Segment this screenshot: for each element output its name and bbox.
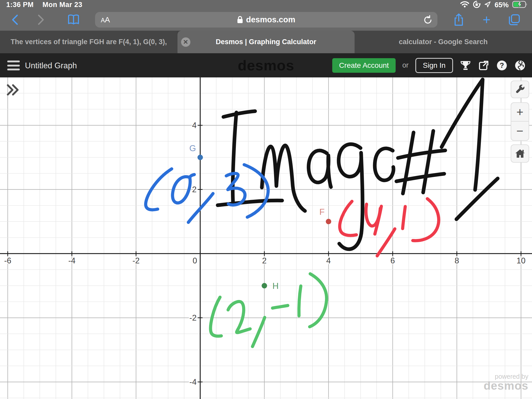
point-label-F: F <box>320 207 325 217</box>
plus-icon: + <box>516 105 523 119</box>
graph-point-G[interactable] <box>197 155 203 160</box>
default-viewport-button[interactable] <box>511 144 529 163</box>
ink-stroke <box>299 286 301 316</box>
ink-stroke <box>310 274 327 327</box>
graph-point-H[interactable] <box>262 283 267 288</box>
battery-icon <box>512 1 528 9</box>
ink-stroke <box>377 229 395 256</box>
x-tick-label: 8 <box>455 256 459 265</box>
ink-stroke <box>375 206 381 234</box>
trophy-icon[interactable] <box>460 60 471 71</box>
tab-desmos-active[interactable]: ✕ Desmos | Graphing Calculator <box>177 31 355 53</box>
url-text: desmos.com <box>246 15 295 24</box>
powered-by-text: powered by <box>484 373 528 380</box>
language-globe-icon[interactable] <box>514 60 526 71</box>
y-tick-label: -2 <box>189 313 197 322</box>
ink-stroke <box>226 174 245 205</box>
close-tab-icon[interactable]: ✕ <box>181 37 190 47</box>
desmos-watermark: powered by desmos <box>484 373 528 392</box>
tab-title: calculator - Google Search <box>399 38 488 46</box>
y-tick-label: 2 <box>192 185 196 194</box>
tabs-overview-button[interactable] <box>507 9 522 31</box>
y-tick-label: -4 <box>189 377 197 387</box>
ink-stroke <box>228 302 250 333</box>
status-bar: 1:36 PM Mon Mar 23 <box>0 0 532 9</box>
tab-google-search[interactable]: calculator - Google Search <box>355 31 532 53</box>
x-tick-label: -2 <box>132 256 140 265</box>
safari-chrome: 1:36 PM Mon Mar 23 <box>0 0 532 31</box>
forward-button[interactable] <box>35 9 47 31</box>
x-tick-label: -6 <box>4 256 11 265</box>
ink-stroke <box>211 297 221 336</box>
y-tick-label: 4 <box>192 121 196 130</box>
x-tick-label: -4 <box>68 256 76 265</box>
ink-stroke <box>252 317 265 347</box>
ink-stroke <box>172 175 194 203</box>
ink-stroke <box>398 150 445 158</box>
ipad-screen: 1:36 PM Mon Mar 23 <box>0 0 532 399</box>
share-graph-icon[interactable] <box>478 60 489 71</box>
minus-icon: − <box>516 124 523 138</box>
orientation-lock-icon <box>473 1 481 9</box>
safari-toolbar: AA desmos.com <box>0 9 532 31</box>
x-tick-label: 6 <box>390 256 395 265</box>
tab-title: Desmos | Graphing Calculator <box>216 38 316 46</box>
handwriting-2-neg1 <box>211 274 327 347</box>
ink-stroke <box>309 150 331 187</box>
plus-glyph: + <box>483 12 490 28</box>
home-icon <box>515 149 525 158</box>
bookmarks-icon[interactable] <box>66 9 81 31</box>
battery-percent-text: 65% <box>495 1 509 9</box>
ink-stroke <box>403 132 414 194</box>
x-tick-label: 4 <box>326 256 331 265</box>
ink-stroke <box>413 199 439 241</box>
point-label-G: G <box>189 143 196 153</box>
graph-title[interactable]: Untitled Graph <box>25 61 77 70</box>
zoom-controls: + − <box>511 102 529 141</box>
x-tick-label: 10 <box>516 256 525 265</box>
point-label-H: H <box>272 281 279 291</box>
zoom-out-button[interactable]: − <box>511 122 529 140</box>
address-bar[interactable]: AA desmos.com <box>95 12 437 28</box>
ink-stroke <box>340 201 356 235</box>
graph-settings-button[interactable] <box>511 81 529 98</box>
new-tab-button[interactable]: + <box>479 9 494 31</box>
tab-triangle-question[interactable]: The vertices of triangle FGH are F(4, 1)… <box>0 31 177 53</box>
refresh-button[interactable] <box>423 15 433 26</box>
location-icon <box>484 1 491 9</box>
origin-tick-label: 0 <box>192 256 197 265</box>
desmos-header: desmos Untitled Graph Create Account or … <box>0 53 532 77</box>
expand-expressions-icon[interactable] <box>6 84 19 97</box>
wrench-icon <box>515 84 525 95</box>
create-account-button[interactable]: Create Account <box>332 58 395 73</box>
watermark-logo-text: desmos <box>484 380 528 392</box>
ink-stroke <box>442 79 483 147</box>
back-button[interactable] <box>9 9 21 31</box>
menu-icon[interactable] <box>7 61 20 70</box>
graph-paper[interactable]: -6-4-2024681042-2-4GFH + − <box>0 77 532 399</box>
or-label: or <box>402 61 409 69</box>
ink-stroke <box>403 207 405 229</box>
help-icon[interactable]: ? <box>496 60 508 71</box>
ink-stroke <box>223 111 255 117</box>
wifi-icon <box>460 1 469 9</box>
lock-icon <box>237 16 243 24</box>
ink-stroke <box>375 148 394 180</box>
ink-stroke <box>272 305 288 308</box>
share-button[interactable] <box>451 9 466 31</box>
tab-bar: The vertices of triangle FGH are F(4, 1)… <box>0 31 532 53</box>
x-tick-label: 2 <box>262 256 267 265</box>
date-text: Mon Mar 23 <box>43 1 83 9</box>
clock-text: 1:36 PM <box>6 1 34 9</box>
zoom-in-button[interactable]: + <box>511 103 529 122</box>
graph-point-F[interactable] <box>326 219 331 224</box>
svg-text:?: ? <box>500 62 504 69</box>
sign-in-button[interactable]: Sign In <box>415 58 453 73</box>
tab-title: The vertices of triangle FGH are F(4, 1)… <box>11 38 167 46</box>
handwriting-image-1 <box>218 79 498 249</box>
